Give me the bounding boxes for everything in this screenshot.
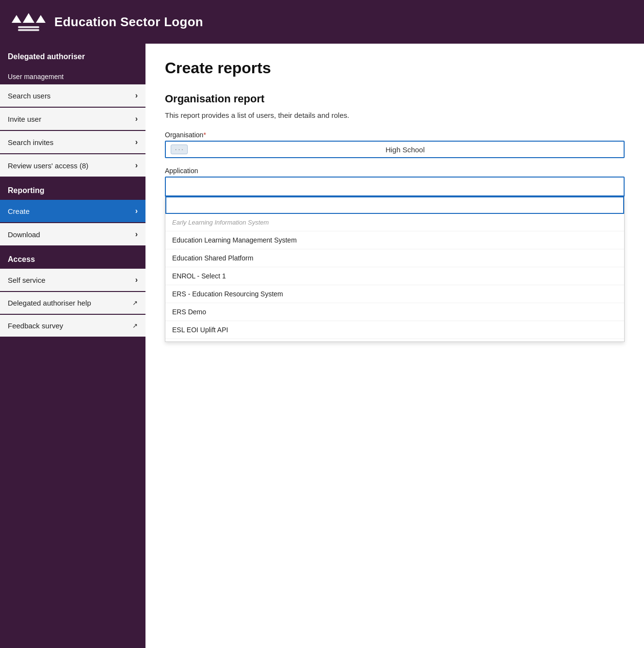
sidebar-item-search-users[interactable]: Search users ›	[0, 84, 145, 107]
application-search-inner[interactable]	[165, 196, 624, 214]
wave-icon	[18, 26, 39, 28]
dropdown-item-enrol[interactable]: ENROL - Select 1	[165, 267, 624, 285]
organisation-label: Organisation*	[165, 131, 625, 139]
sidebar-delegated-authoriser-title: Delegated authoriser	[0, 44, 145, 66]
sidebar-user-management-title: User management	[0, 66, 145, 84]
sidebar-item-download[interactable]: Download ›	[0, 223, 145, 245]
chevron-right-icon: ›	[135, 207, 138, 215]
dropdown-items-container: Early Learning Information System Educat…	[165, 214, 624, 342]
organisation-field-wrapper[interactable]: · · · High School	[165, 141, 625, 158]
mountain-icon	[12, 15, 21, 23]
required-indicator: *	[203, 131, 206, 139]
sidebar-item-self-service[interactable]: Self service ›	[0, 269, 145, 291]
external-link-icon: ↗	[132, 299, 138, 307]
logo	[12, 13, 46, 31]
application-dropdown-list: Early Learning Information System Educat…	[165, 196, 625, 342]
sidebar-item-search-invites[interactable]: Search invites ›	[0, 131, 145, 153]
section-title: Organisation report	[165, 93, 625, 105]
application-input[interactable]	[165, 177, 625, 196]
header-title: Education Sector Logon	[54, 15, 203, 30]
dropdown-item-esp[interactable]: Education Shared Platform	[165, 249, 624, 267]
application-label: Application	[165, 167, 625, 175]
dropdown-item-elms[interactable]: Education Learning Management System	[165, 231, 624, 249]
header: Education Sector Logon	[0, 0, 644, 44]
logo-waves	[18, 26, 39, 31]
sidebar-item-label: Review users' access (8)	[8, 162, 88, 170]
sidebar-item-label: Feedback survey	[8, 322, 63, 330]
chevron-right-icon: ›	[135, 91, 138, 100]
sidebar-item-label: Download	[8, 230, 40, 239]
dropdown-item-ers-demo[interactable]: ERS Demo	[165, 303, 624, 321]
wave-icon	[18, 29, 39, 31]
dropdown-item-esl-eoi[interactable]: ESL EOI Uplift API	[165, 321, 624, 339]
sidebar-item-label: Self service	[8, 276, 46, 284]
chevron-right-icon: ›	[135, 230, 138, 239]
application-dropdown-container: Early Learning Information System Educat…	[165, 177, 625, 196]
sidebar-item-review-users-access[interactable]: Review users' access (8) ›	[0, 154, 145, 177]
external-link-icon: ↗	[132, 322, 138, 329]
layout: Delegated authoriser User management Sea…	[0, 44, 644, 648]
page-title: Create reports	[165, 59, 625, 77]
sidebar-item-feedback-survey[interactable]: Feedback survey ↗	[0, 315, 145, 337]
chevron-right-icon: ›	[135, 138, 138, 146]
sidebar-item-label: Search invites	[8, 138, 53, 146]
chevron-right-icon: ›	[135, 275, 138, 284]
organisation-form-group: Organisation* · · · High School	[165, 131, 625, 158]
sidebar-item-label: Search users	[8, 92, 50, 100]
application-form-group: Application Early Learning Information S…	[165, 167, 625, 196]
mountain-icon	[36, 15, 46, 23]
sidebar-item-label: Invite user	[8, 115, 41, 123]
sidebar-item-label: Delegated authoriser help	[8, 299, 91, 307]
sidebar-item-create[interactable]: Create ›	[0, 200, 145, 222]
sidebar: Delegated authoriser User management Sea…	[0, 44, 145, 648]
main-content: Create reports Organisation report This …	[145, 44, 644, 648]
dropdown-item-ers[interactable]: ERS - Education Resourcing System	[165, 285, 624, 303]
sidebar-access-title: Access	[0, 246, 145, 269]
dropdown-item-helios[interactable]: Helios Portal	[165, 339, 624, 342]
sidebar-item-delegated-authoriser-help[interactable]: Delegated authoriser help ↗	[0, 292, 145, 314]
section-description: This report provides a list of users, th…	[165, 111, 625, 119]
logo-mountains	[12, 13, 46, 23]
sidebar-reporting-title: Reporting	[0, 178, 145, 200]
sidebar-item-label: Create	[8, 207, 30, 215]
dropdown-item-elis[interactable]: Early Learning Information System	[165, 214, 624, 231]
org-pill: · · ·	[171, 145, 188, 154]
sidebar-item-invite-user[interactable]: Invite user ›	[0, 108, 145, 130]
chevron-right-icon: ›	[135, 161, 138, 170]
org-value: High School	[192, 146, 619, 154]
mountain-icon	[23, 13, 34, 23]
chevron-right-icon: ›	[135, 114, 138, 123]
